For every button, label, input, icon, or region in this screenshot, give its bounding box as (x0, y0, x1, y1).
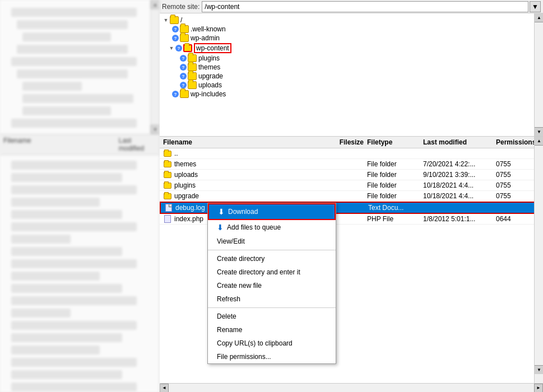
badge-well-known: ? (172, 26, 179, 32)
right-panel: Remote site: ▼ ▲ ▼ ▼ / ? .well-known (160, 0, 543, 392)
file-row-upgrade[interactable]: upgrade File folder 10/18/2021 4:4... 07… (160, 191, 543, 202)
tree-label-wp-includes: wp-includes (191, 90, 226, 98)
context-menu-download[interactable]: ⬇ Download (208, 203, 336, 220)
file-row-themes[interactable]: themes File folder 7/20/2021 4:22:... 07… (160, 159, 543, 170)
col-header-filesize[interactable]: Filesize (328, 138, 367, 146)
file-modified-uploads: 9/10/2021 3:39:... (423, 171, 496, 179)
context-menu-create-dir-enter-label: Create directory and enter it (217, 268, 300, 276)
expand-wp-content[interactable]: ▼ (168, 44, 175, 52)
file-list-scroll-down[interactable]: ▼ (535, 365, 543, 374)
remote-site-label: Remote site: (162, 3, 199, 11)
file-row-plugins[interactable]: plugins File folder 10/18/2021 4:4... 07… (160, 180, 543, 191)
remote-path-input[interactable] (202, 1, 528, 12)
col-header-filename[interactable]: Filename (160, 138, 328, 146)
folder-icon-themes-file (163, 160, 172, 168)
folder-icon-uploads (188, 81, 197, 89)
remote-path-dropdown[interactable]: ▼ (530, 1, 541, 12)
folder-icon-parent (163, 150, 172, 157)
tree-item-wp-admin[interactable]: ? wp-admin (160, 34, 534, 43)
scroll-up-btn[interactable]: ▲ (151, 0, 159, 9)
file-type-debug-log: Text Docu... (368, 204, 424, 212)
folder-icon-wp-includes (180, 90, 189, 98)
tree-item-uploads[interactable]: ? uploads (160, 81, 534, 90)
folder-icon-upgrade (188, 72, 197, 80)
file-row-uploads[interactable]: uploads File folder 9/10/2021 3:39:... 0… (160, 170, 543, 180)
tree-item-wp-includes[interactable]: ? wp-includes (160, 90, 534, 99)
file-icon-debug-log (164, 204, 173, 212)
file-type-plugins: File folder (367, 181, 423, 189)
scroll-right-btn[interactable]: ► (534, 384, 543, 393)
file-type-upgrade: File folder (367, 192, 423, 200)
context-menu-create-dir[interactable]: Create directory (208, 252, 336, 265)
tree-item-well-known[interactable]: ? .well-known (160, 25, 534, 34)
col-header-modified[interactable]: Last modified (423, 138, 496, 146)
file-name-index-php: index.php (174, 215, 203, 223)
tree-label-themes: themes (198, 63, 220, 71)
tree-label-wp-admin: wp-admin (191, 34, 220, 42)
file-type-index-php: PHP File (367, 215, 423, 223)
context-menu-view-edit-label: View/Edit (217, 237, 245, 245)
context-menu-refresh[interactable]: Refresh (208, 292, 336, 306)
tree-scroll-up[interactable]: ▲ (535, 13, 543, 22)
bottom-scrollbar[interactable]: ◄ ► (160, 383, 543, 392)
tree-label-uploads: uploads (198, 81, 222, 89)
file-list-area: Filename Filesize Filetype Last modified… (160, 137, 543, 383)
local-col-filename: Filename (3, 137, 108, 152)
context-menu-download-label: Download (228, 208, 258, 216)
tree-item-themes[interactable]: ? themes (160, 63, 534, 72)
expand-root[interactable]: ▼ (162, 16, 170, 24)
tree-scrollbar[interactable]: ▲ ▼ (534, 13, 543, 136)
context-menu-create-file[interactable]: Create new file (208, 279, 336, 292)
context-menu-file-perms[interactable]: File permissions... (208, 350, 336, 363)
tree-item-plugins[interactable]: ? plugins (160, 54, 534, 63)
file-name-plugins: plugins (174, 181, 196, 189)
folder-icon-wp-admin (180, 34, 189, 42)
folder-icon-wp-content (183, 44, 192, 52)
context-menu-create-dir-label: Create directory (217, 255, 264, 263)
left-tree-scrollbar[interactable]: ▲ ▼ (150, 0, 159, 134)
tree-item-wp-content[interactable]: ▼ ? wp-content (160, 43, 534, 54)
tree-item-root[interactable]: ▼ / (160, 16, 534, 25)
context-menu-divider-2 (208, 307, 336, 308)
file-list-scrollbar[interactable]: ▲ ▼ (534, 137, 543, 383)
context-menu-refresh-label: Refresh (217, 295, 240, 303)
tree-label-root: / (180, 16, 182, 24)
remote-header: Remote site: ▼ (160, 0, 543, 13)
file-list-scroll-up[interactable]: ▲ (535, 137, 543, 146)
folder-icon-plugins (188, 54, 197, 62)
file-modified-index-php: 1/8/2012 5:01:1... (423, 215, 496, 223)
context-menu-add-queue[interactable]: ⬇ Add files to queue (208, 220, 336, 235)
tree-label-well-known: .well-known (191, 25, 226, 33)
remote-tree-area: ▲ ▼ ▼ / ? .well-known ? wp (160, 13, 543, 137)
local-file-panel: Filename Last modified (0, 134, 159, 392)
context-menu-create-dir-enter[interactable]: Create directory and enter it (208, 265, 336, 279)
folder-icon-well-known (180, 25, 189, 33)
context-menu-file-perms-label: File permissions... (217, 353, 271, 361)
file-name-themes: themes (174, 160, 196, 168)
tree-scroll-down[interactable]: ▼ (535, 127, 543, 136)
context-menu-copy-url-label: Copy URL(s) to clipboard (217, 339, 293, 347)
col-header-filetype[interactable]: Filetype (367, 138, 423, 146)
context-menu-view-edit[interactable]: View/Edit (208, 235, 336, 248)
file-modified-upgrade: 10/18/2021 4:4... (423, 192, 496, 200)
context-menu-copy-url[interactable]: Copy URL(s) to clipboard (208, 337, 336, 350)
tree-item-upgrade[interactable]: ? upgrade (160, 72, 534, 81)
file-row-parent[interactable]: .. (160, 148, 543, 159)
context-menu-rename[interactable]: Rename (208, 323, 336, 337)
scroll-left-btn[interactable]: ◄ (160, 384, 169, 393)
file-type-uploads: File folder (367, 171, 423, 179)
context-menu-divider-1 (208, 250, 336, 250)
folder-icon-root (170, 16, 179, 24)
file-icon-index-php (163, 215, 172, 223)
badge-wp-admin: ? (172, 35, 179, 41)
tree-label-wp-content: wp-content (194, 43, 231, 53)
file-name-debug-log: debug.log (175, 204, 205, 212)
context-menu-create-file-label: Create new file (217, 282, 262, 290)
file-type-themes: File folder (367, 160, 423, 168)
context-menu-add-queue-label: Add files to queue (227, 223, 281, 231)
badge-plugins: ? (180, 55, 187, 62)
scroll-down-btn[interactable]: ▼ (151, 125, 159, 134)
file-list-header: Filename Filesize Filetype Last modified… (160, 137, 543, 148)
context-menu-delete[interactable]: Delete (208, 310, 336, 323)
folder-icon-themes (188, 63, 197, 71)
